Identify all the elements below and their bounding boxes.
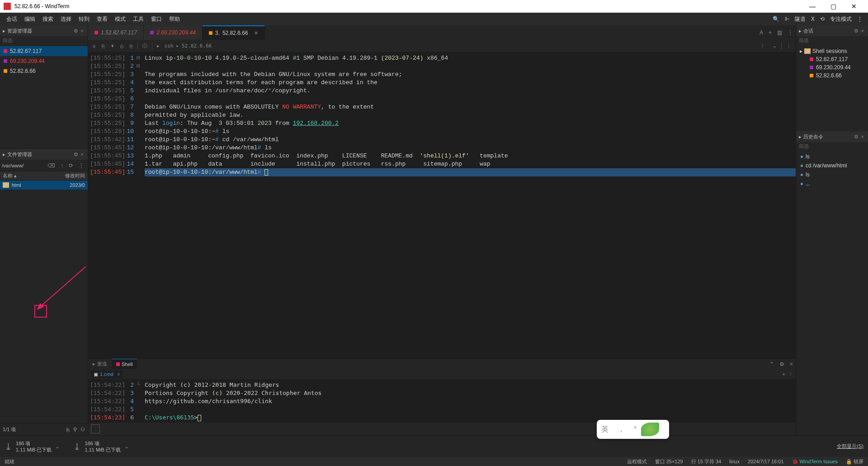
tab-2[interactable]: 2.69.230.209.44: [144, 25, 203, 40]
terminal[interactable]: [15:55:25][15:55:25][15:55:25][15:55:25]…: [88, 52, 796, 358]
tab-more-icon[interactable]: ⋮: [785, 29, 796, 36]
tunnel-label[interactable]: 隧道: [792, 15, 808, 23]
x-icon[interactable]: X: [808, 16, 817, 22]
tb-dropdown-icon[interactable]: ▾: [109, 43, 116, 49]
breadcrumb-host[interactable]: 52.82.6.66: [182, 43, 212, 49]
explorer-filter[interactable]: 筛选: [0, 36, 88, 46]
shell-foot-icon[interactable]: [91, 424, 100, 433]
minimize-button[interactable]: —: [802, 0, 823, 13]
shell-file-close-icon[interactable]: ×: [117, 371, 120, 377]
shell-file-tab[interactable]: ▣1.cmd×: [91, 371, 123, 378]
maximize-button[interactable]: ▢: [823, 0, 844, 13]
tab-font-icon[interactable]: A: [757, 29, 766, 36]
filemgr-close-icon[interactable]: ×: [80, 152, 85, 157]
menu-edit[interactable]: 编辑: [21, 15, 39, 23]
download-item[interactable]: ⤓ 186 项1.11 MiB 已下载 ⌄: [73, 440, 128, 453]
tb-copy1-icon[interactable]: ⎘: [100, 43, 107, 49]
filemgr-path[interactable]: /var/www/: [2, 163, 44, 168]
tb-list-icon[interactable]: ≡: [91, 43, 97, 49]
tb-copy2-icon[interactable]: ⎙: [118, 43, 125, 49]
sessions-close-icon[interactable]: ×: [860, 28, 865, 33]
session-item[interactable]: 52.82.67.117: [800, 55, 864, 63]
menu-tool[interactable]: 工具: [129, 15, 147, 23]
path-refresh-icon[interactable]: ⟳: [67, 162, 75, 169]
tab-shell[interactable]: Shell: [112, 359, 137, 370]
session-item[interactable]: 69.230.209.44: [800, 63, 864, 71]
ime-indicator[interactable]: 英 ， °: [597, 420, 669, 439]
linenum-gutter: 123456789101112131415: [122, 52, 137, 358]
chevron-down-icon[interactable]: ⌄: [55, 443, 60, 450]
col-mtime[interactable]: 修改时间: [65, 172, 88, 179]
tunnel-icon[interactable]: ⊩: [782, 16, 792, 22]
tab-1[interactable]: 1.52.82.67.117: [88, 25, 144, 40]
session-item[interactable]: 52.82.6.66: [800, 71, 864, 80]
bottom-up-icon[interactable]: ⌃: [767, 361, 777, 367]
status-issues-link[interactable]: 🐞 WindTerm Issues: [792, 459, 838, 465]
history-settings-icon[interactable]: ⚙: [853, 134, 860, 140]
explorer-close-icon[interactable]: ×: [80, 28, 85, 33]
status-remote[interactable]: 远程模式: [627, 458, 647, 465]
menu-goto[interactable]: 转到: [75, 15, 93, 23]
status-os[interactable]: linux: [729, 459, 740, 464]
explorer-item[interactable]: 52.82.6.66: [0, 66, 88, 76]
tb-play-icon[interactable]: ▸: [155, 43, 161, 49]
tab-3[interactable]: 3.52.82.6.66×: [203, 25, 265, 40]
explorer-settings-icon[interactable]: ⚙: [72, 28, 80, 34]
tab-send[interactable]: ▸发送: [88, 359, 112, 370]
shell-add-icon[interactable]: +: [783, 371, 785, 377]
menu-select[interactable]: 选择: [57, 15, 75, 23]
path-clear-icon[interactable]: ⌫: [46, 162, 57, 169]
path-more-icon[interactable]: ⋮: [77, 162, 86, 169]
search-icon[interactable]: 🔍: [770, 16, 782, 22]
filemgr-pin-icon[interactable]: ⚲: [73, 427, 77, 433]
tab-add-icon[interactable]: +: [766, 29, 774, 36]
sessions-group-header[interactable]: ▸Shell sessions: [800, 48, 864, 54]
shell-more-icon[interactable]: ⋮: [788, 371, 793, 377]
tb-info-icon[interactable]: ⓘ: [141, 43, 149, 49]
filemgr-user-icon[interactable]: ⚇: [80, 427, 85, 433]
history-item[interactable]: ls: [796, 170, 868, 179]
tb-right-icon[interactable]: 〉: [760, 43, 768, 49]
sessions-filter[interactable]: 筛选: [796, 36, 868, 46]
chevron-down-icon[interactable]: ⌄: [124, 443, 129, 450]
filemgr-view1-icon[interactable]: ⎘: [66, 427, 70, 433]
sessions-settings-icon[interactable]: ⚙: [853, 28, 860, 34]
menu-more-icon[interactable]: ⋮: [854, 16, 865, 22]
status-winsize[interactable]: 窗口 25×129: [655, 458, 683, 465]
status-cursor-pos[interactable]: 行 15 字符 34: [691, 458, 722, 465]
menu-mode[interactable]: 模式: [111, 15, 129, 23]
breadcrumb-ssh[interactable]: ssh: [164, 43, 173, 49]
show-all-button[interactable]: 全部显示(S): [837, 443, 863, 450]
terminal-body[interactable]: Linux ip-10-0-10-10 4.19.0-25-cloud-amd6…: [143, 52, 796, 358]
history-item[interactable]: cd /var/www/html: [796, 161, 868, 170]
menu-view[interactable]: 查看: [93, 15, 111, 23]
tb-menu-icon[interactable]: ⋮: [784, 43, 793, 49]
download-item[interactable]: ⤓ 186 项1.11 MiB 已下载 ⌄: [5, 440, 60, 453]
tab-close-icon[interactable]: ×: [255, 29, 258, 37]
path-up-icon[interactable]: ↑: [59, 162, 65, 169]
shell-terminal[interactable]: [15:54:22][15:54:22][15:54:22][15:54:22]…: [88, 379, 796, 423]
menu-session[interactable]: 会话: [3, 15, 21, 23]
focus-mode-label[interactable]: 专注模式: [827, 15, 854, 23]
tb-down-icon[interactable]: ⌄: [771, 43, 778, 49]
history-item[interactable]: ls: [796, 152, 868, 161]
tb-copy3-icon[interactable]: ⎘: [128, 43, 135, 49]
history-filter[interactable]: 筛选: [796, 142, 868, 152]
filemgr-row[interactable]: html 2023/0: [0, 181, 88, 190]
menu-help[interactable]: 帮助: [165, 15, 184, 23]
history-item[interactable]: ...: [796, 179, 868, 188]
col-name[interactable]: 名称 ▴: [0, 172, 65, 179]
close-button[interactable]: ✕: [844, 0, 864, 13]
history-close-icon[interactable]: ×: [860, 134, 865, 139]
explorer-item[interactable]: 52.82.67.117: [0, 46, 88, 56]
bottom-settings-icon[interactable]: ⚙: [777, 361, 787, 367]
menu-window[interactable]: 窗口: [147, 15, 165, 23]
filemgr-settings-icon[interactable]: ⚙: [72, 152, 80, 157]
explorer-item[interactable]: 69.230.209.44: [0, 56, 88, 66]
menu-search[interactable]: 搜索: [39, 15, 57, 23]
bottom-close-icon[interactable]: ×: [787, 361, 796, 367]
focus-icon[interactable]: ⟲: [817, 16, 827, 22]
tab-split-icon[interactable]: ▥: [774, 29, 785, 36]
status-lock[interactable]: 🔒 锁屏: [846, 458, 863, 465]
shell-body[interactable]: Copyright (c) 2012-2018 Martin RidgersPo…: [143, 379, 796, 423]
